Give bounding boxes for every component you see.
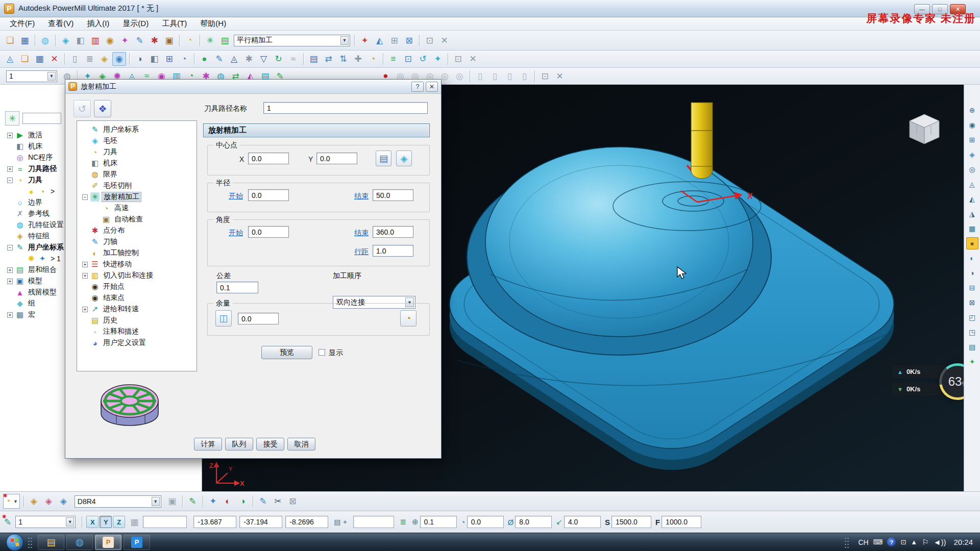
tree-item-label[interactable]: 刀具 — [27, 176, 44, 185]
tree-item-label[interactable]: 机床 — [27, 142, 44, 151]
speaker-icon[interactable]: ◄)) — [934, 538, 946, 546]
ball-red-icon[interactable]: ◐ — [221, 494, 235, 508]
tool-setup-icon[interactable]: ◉ — [103, 34, 117, 47]
tree-item-label[interactable]: 参考线 — [27, 209, 51, 218]
menu-t[interactable]: 工具(T) — [155, 17, 193, 30]
print-plot-icon[interactable]: ◍ — [38, 34, 52, 47]
tree-item-label[interactable]: 用户定义设置 — [102, 338, 148, 347]
network-speed-overlay[interactable]: ▲ 0K/s ▼ 0K/s 63 % — [892, 362, 964, 402]
tree-item-label[interactable]: 组 — [27, 299, 37, 308]
start-button[interactable] — [6, 534, 23, 551]
tolerance-field[interactable]: 0.1 — [420, 516, 457, 528]
show-hidden-icons[interactable]: ▲ — [911, 538, 917, 546]
workplane-edit-icon[interactable]: ✎ — [133, 34, 146, 47]
tree-item-label[interactable]: 激活 — [27, 131, 44, 140]
taskbar-item-pdf[interactable]: P — [124, 535, 150, 550]
angle-start-link[interactable]: 开始 — [229, 229, 243, 238]
list-icon[interactable]: ≣ — [83, 52, 96, 66]
expand-icon[interactable]: + — [7, 279, 13, 284]
view-top-icon[interactable]: ◬ — [227, 52, 241, 66]
radius-start-input[interactable]: 0.0 — [248, 189, 289, 201]
rotate-edit-icon[interactable]: ✎ — [186, 494, 200, 508]
float-window-icon[interactable]: ⊡ — [423, 34, 436, 47]
rotate-view-icon[interactable]: ↺ — [416, 52, 430, 66]
tree-item[interactable]: ◉结束点 — [80, 292, 197, 304]
view-front-icon[interactable]: ▦ — [966, 222, 978, 235]
tree-item-label[interactable]: > 1 — [49, 255, 62, 263]
view-left-icon[interactable]: ◭ — [966, 193, 978, 205]
thickness-tool-button[interactable]: ◫ — [215, 310, 232, 327]
tip-radius-field[interactable]: 4.0 — [564, 516, 601, 528]
view-cube[interactable] — [906, 111, 942, 147]
tree-item-label[interactable]: 层和组合 — [27, 265, 58, 274]
tree-item-label[interactable]: 开始点 — [102, 282, 126, 291]
collapse-icon[interactable]: − — [82, 194, 88, 200]
clock[interactable]: 20:24 — [953, 538, 973, 546]
swap-h-icon[interactable]: ⇄ — [322, 52, 335, 66]
monitor-icon[interactable]: ⊠ — [402, 34, 416, 47]
taskbar-item-browser[interactable]: ◍ — [66, 535, 93, 550]
position-field[interactable] — [143, 516, 187, 528]
radius-start-link[interactable]: 开始 — [229, 192, 243, 201]
ball-green-icon[interactable]: ◑ — [236, 494, 250, 508]
menu-v[interactable]: 查看(V) — [41, 17, 80, 30]
pitch-link[interactable]: 行距 — [354, 247, 369, 257]
tree-item-label[interactable]: 高速 — [113, 204, 130, 213]
view-top-icon[interactable]: ◬ — [966, 178, 978, 190]
view-iso2-icon[interactable]: ◎ — [966, 163, 978, 176]
tree-item-label[interactable]: 自动检查 — [113, 215, 144, 224]
lock-icon[interactable]: ▯ — [68, 52, 82, 66]
calculator-icon[interactable]: ⊞ — [387, 34, 401, 47]
expand-icon[interactable]: + — [7, 312, 13, 318]
tree-item-label[interactable]: 点分布 — [102, 226, 126, 235]
view-iso1-icon[interactable]: ◈ — [966, 148, 978, 161]
preview-button[interactable]: 预览 — [261, 346, 312, 359]
tree-item-label[interactable]: 历史 — [102, 316, 119, 325]
open-icon[interactable]: ❏ — [18, 52, 32, 66]
expand-icon[interactable]: + — [7, 133, 13, 138]
tree-item-label[interactable]: 刀轴 — [102, 237, 119, 246]
tree-item[interactable]: ✎刀轴 — [80, 236, 197, 247]
dialog-close-button[interactable]: ✕ — [426, 82, 438, 92]
toolpath-draw-icon[interactable]: ▤ — [966, 341, 978, 353]
tree-item-label[interactable]: 进给和转速 — [102, 305, 140, 314]
strategy-selector-icon[interactable]: ✳ — [203, 34, 217, 47]
shaded-view-icon[interactable]: ● — [198, 52, 211, 66]
toolpath-combo[interactable]: 1 ▼ — [6, 70, 57, 82]
copy-toolpath-button[interactable]: ↺ — [74, 100, 91, 117]
tree-item[interactable]: ◈毛坯 — [80, 135, 197, 146]
menu-h[interactable]: 帮助(H) — [193, 17, 233, 30]
axis-y-button[interactable]: Y — [100, 516, 112, 528]
active-tool-button[interactable]: ◔✱ ▼ — [3, 494, 20, 509]
link-icon[interactable]: ✦ — [342, 518, 348, 526]
ucs-view-icon[interactable]: ✦ — [431, 52, 445, 66]
expand-icon[interactable]: + — [82, 307, 88, 312]
tree-item-label[interactable]: 用户坐标系 — [27, 243, 65, 252]
wizard-icon[interactable]: ◭ — [373, 34, 386, 47]
menu-i[interactable]: 插入(I) — [80, 17, 116, 30]
tree-item[interactable]: −✳放射精加工 — [80, 191, 197, 203]
tree-item-label[interactable]: 刀具 — [102, 147, 119, 157]
tree-item[interactable]: ◕用户定义设置 — [80, 337, 197, 348]
new-model-icon[interactable]: ◬ — [3, 52, 17, 66]
tool-diameter-field[interactable]: 8.0 — [515, 516, 552, 528]
radius-end-input[interactable]: 50.0 — [373, 189, 413, 201]
tree-item-label[interactable]: 残留模型 — [27, 288, 58, 297]
tree-item-label[interactable]: 刀具路径 — [27, 164, 58, 173]
angle-start-input[interactable]: 0.0 — [248, 226, 289, 238]
tree-item[interactable]: ◐加工轴控制 — [80, 247, 197, 259]
block-center-button[interactable]: ◈ — [396, 151, 412, 166]
chevron-down-icon[interactable]: ▼ — [47, 72, 56, 81]
close-toolbar-icon[interactable]: ✕ — [437, 34, 451, 47]
spindle-speed-field[interactable]: 1500.0 — [611, 516, 651, 528]
translucency-icon[interactable]: ◳ — [966, 326, 978, 338]
center-x-input[interactable]: 0.0 — [248, 153, 289, 164]
taskbar-item-powermill[interactable]: P — [95, 535, 121, 550]
calculate-button[interactable]: 计算 — [194, 438, 222, 450]
help-tray-icon[interactable]: ? — [887, 538, 896, 546]
frame-icon[interactable]: ⊡ — [401, 52, 415, 66]
delete-icon[interactable]: ✕ — [47, 52, 61, 66]
tree-item-label[interactable]: 加工轴控制 — [102, 248, 140, 258]
tree-item-label[interactable]: 特征组 — [27, 232, 51, 241]
tree-item[interactable]: ◍限界 — [80, 169, 197, 180]
